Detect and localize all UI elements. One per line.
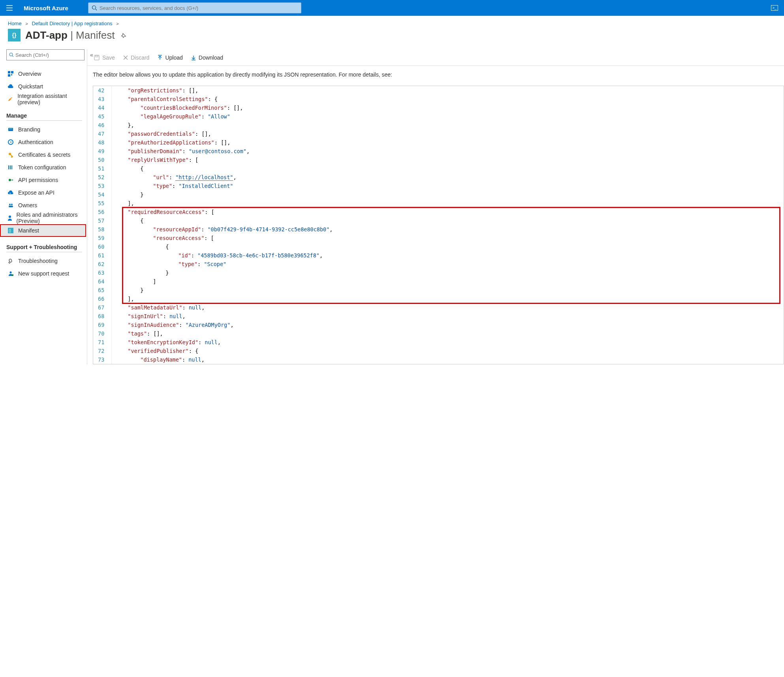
topbar: Microsoft Azure >_ (0, 0, 784, 16)
search-icon (9, 53, 14, 57)
svg-rect-11 (8, 165, 9, 169)
editor-description: The editor below allows you to update th… (87, 66, 784, 86)
breadcrumb-item-registrations[interactable]: Default Directory | App registrations (32, 21, 112, 26)
api-out-icon (6, 177, 15, 183)
sidebar-item-label: New support request (18, 270, 69, 277)
sidebar-item-label: API permissions (18, 177, 58, 183)
svg-rect-25 (96, 55, 98, 57)
support-icon (6, 271, 15, 276)
svg-rect-7 (8, 128, 13, 131)
svg-rect-5 (11, 74, 12, 75)
upload-icon (157, 55, 163, 60)
api-cloud-icon: a (6, 190, 15, 195)
sidebar-item-label: Manifest (18, 227, 39, 234)
pin-button[interactable] (120, 31, 129, 40)
sidebar-item-label: Certificates & secrets (18, 152, 70, 158)
sidebar-item-branding[interactable]: Branding (6, 123, 85, 136)
rocket-icon (6, 96, 14, 102)
search-icon (92, 5, 97, 11)
save-button[interactable]: Save (90, 49, 119, 66)
wrench-icon (6, 258, 15, 264)
svg-point-22 (10, 272, 12, 274)
nav-heading-manage: Manage (6, 113, 82, 121)
sidebar-item-label: Integration assistant (preview) (17, 93, 85, 105)
cloud-icon (6, 84, 15, 89)
app-icon: {} (8, 29, 21, 41)
chevron-right-icon: > (116, 21, 118, 26)
person-icon (6, 215, 13, 221)
svg-point-17 (11, 204, 13, 205)
discard-button[interactable]: Discard (119, 49, 153, 66)
svg-rect-3 (11, 71, 13, 73)
sidebar-item-expose-an-api[interactable]: aExpose an API (6, 186, 85, 199)
svg-point-16 (9, 204, 11, 205)
sidebar-item-token-configuration[interactable]: Token configuration (6, 161, 85, 174)
owners-icon (6, 203, 15, 208)
bars-icon (6, 165, 15, 170)
svg-point-6 (11, 98, 11, 99)
cloud-shell-button[interactable]: >_ (765, 0, 784, 16)
download-button[interactable]: Download (187, 49, 227, 66)
hamburger-menu[interactable] (0, 0, 19, 16)
sidebar-item-label: Roles and administrators (Preview) (17, 212, 85, 224)
global-search-input[interactable] (100, 5, 298, 11)
svg-text:{}: {} (9, 229, 11, 233)
breadcrumb: Home > Default Directory | App registrat… (0, 16, 784, 28)
sidebar-item-label: Overview (18, 71, 41, 77)
grid-icon (6, 71, 15, 77)
sidebar-item-label: Expose an API (18, 189, 55, 196)
svg-rect-23 (11, 274, 13, 276)
nav-heading-support: Support + Troubleshooting (6, 244, 82, 252)
sidebar-item-owners[interactable]: Owners (6, 199, 85, 212)
json-editor[interactable]: 4243444546474849505152535455565758596061… (93, 86, 784, 364)
global-search[interactable] (88, 2, 301, 13)
sidebar-item-manifest[interactable]: {}Manifest (0, 224, 86, 237)
sidebar-item-api-permissions[interactable]: API permissions (6, 174, 85, 186)
svg-point-19 (9, 216, 11, 218)
sidebar-item-label: Quickstart (18, 83, 43, 90)
sidebar-item-label: Branding (18, 126, 40, 133)
cloud-shell-icon: >_ (771, 5, 778, 11)
svg-point-0 (92, 6, 96, 9)
sidebar-item-label: Troubleshooting (18, 258, 58, 264)
sidebar-search-input[interactable] (15, 52, 82, 58)
sidebar-item-certificates-secrets[interactable]: Certificates & secrets (6, 148, 85, 161)
page-title-app: ADT-app (25, 29, 68, 41)
sidebar-item-quickstart[interactable]: Quickstart (6, 80, 85, 93)
page-title-row: {} ADT-app | Manifest (0, 28, 784, 49)
sidebar-item-roles-and-administrators-preview-[interactable]: Roles and administrators (Preview) (6, 212, 85, 224)
svg-point-14 (9, 179, 11, 181)
svg-rect-24 (94, 55, 99, 60)
sidebar-item-label: Authentication (18, 139, 53, 145)
tag-icon (6, 127, 15, 132)
sidebar: « OverviewQuickstartIntegration assistan… (0, 49, 87, 364)
upload-button[interactable]: Upload (153, 49, 186, 66)
download-icon (191, 55, 196, 60)
sidebar-item-troubleshooting[interactable]: Troubleshooting (6, 255, 85, 267)
line-number-gutter: 4243444546474849505152535455565758596061… (93, 86, 112, 364)
svg-point-1 (9, 53, 13, 56)
sidebar-item-integration-assistant-preview-[interactable]: Integration assistant (preview) (6, 93, 85, 105)
main-pane: Save Discard Upload Download The editor … (87, 49, 784, 364)
svg-rect-8 (9, 129, 12, 129)
sidebar-item-new-support-request[interactable]: New support request (6, 267, 85, 280)
sidebar-item-overview[interactable]: Overview (6, 68, 85, 80)
save-icon (94, 54, 100, 61)
breadcrumb-item-home[interactable]: Home (8, 21, 22, 26)
close-icon (123, 55, 128, 60)
code-content[interactable]: "orgRestrictions": [],"parentalControlSe… (112, 86, 784, 364)
manifest-icon: {} (6, 228, 15, 233)
circle-arrow-icon (6, 139, 15, 145)
key-icon (6, 152, 15, 158)
svg-rect-13 (11, 165, 12, 169)
svg-rect-12 (10, 165, 11, 169)
sidebar-item-label: Token configuration (18, 164, 66, 171)
chevron-right-icon: > (25, 21, 28, 26)
page-title-section: | Manifest (70, 29, 115, 41)
svg-rect-18 (9, 206, 13, 207)
sidebar-item-authentication[interactable]: Authentication (6, 136, 85, 148)
svg-rect-4 (8, 74, 10, 77)
command-bar: Save Discard Upload Download (87, 49, 784, 66)
sidebar-search[interactable] (6, 49, 85, 60)
svg-rect-2 (8, 71, 10, 73)
